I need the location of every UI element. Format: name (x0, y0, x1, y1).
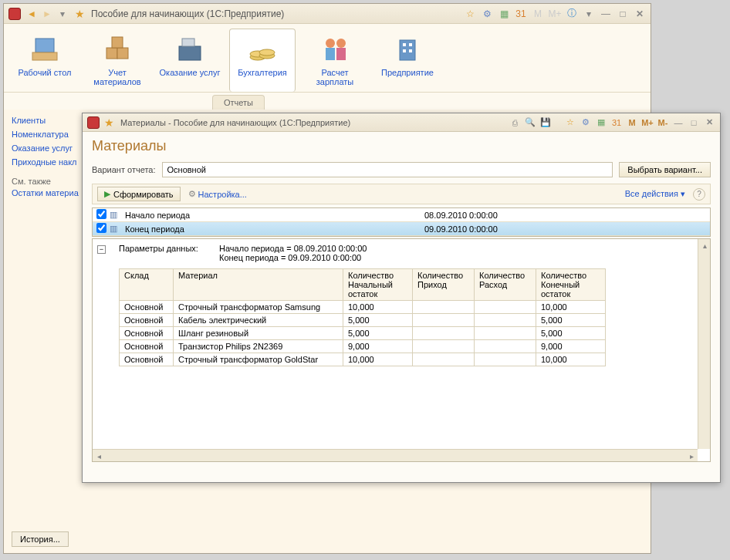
svg-rect-0 (35, 39, 54, 52)
main-title: Пособие для начинающих (1С:Предприятие) (91, 8, 464, 19)
table-row[interactable]: ОсновнойСтрочный трансформатор Samsung10… (120, 301, 606, 314)
calendar-small-icon: ▥ (110, 210, 123, 220)
horizontal-scrollbar[interactable]: ◂ ▸ (93, 449, 698, 461)
app-icon (8, 8, 21, 20)
collapse-button[interactable]: − (97, 245, 106, 254)
table-cell (475, 314, 536, 327)
info-dropdown[interactable]: ▾ (583, 8, 595, 20)
calendar-icon[interactable]: 31 (515, 8, 527, 20)
svg-rect-2 (106, 48, 117, 59)
table-cell: 10,000 (536, 301, 606, 314)
column-header: Количество Приход (413, 269, 475, 301)
variant-input[interactable] (162, 162, 613, 177)
table-cell: 9,000 (536, 340, 606, 353)
preview-icon[interactable]: 🔍 (524, 116, 536, 129)
ribbon-materials[interactable]: Учет материалов (84, 29, 150, 92)
scroll-up-icon[interactable]: ▴ (698, 239, 711, 251)
param-checkbox[interactable] (93, 223, 110, 234)
param-row[interactable]: ▥Начало периода08.09.2010 0:00:00 (93, 208, 710, 222)
table-cell: Строчный трансформатор GoldStar (174, 353, 343, 366)
calc-icon[interactable]: ▦ (498, 8, 510, 20)
param-row[interactable]: ▥Конец периода09.09.2010 0:00:00 (93, 222, 710, 236)
help-icon[interactable]: ? (693, 188, 705, 201)
sub-link-icon[interactable]: ⚙ (580, 116, 592, 129)
table-cell (413, 314, 475, 327)
m-icon[interactable]: M (532, 8, 544, 20)
all-actions-link[interactable]: Все действия ▾ (625, 189, 685, 199)
link-icon[interactable]: ⚙ (481, 8, 493, 20)
settings-link[interactable]: ⚙Настройка... (188, 189, 247, 199)
table-cell: 10,000 (343, 301, 413, 314)
calendar-small-icon: ▥ (110, 224, 123, 234)
close-button[interactable]: ✕ (634, 8, 646, 20)
desktop-icon (29, 34, 60, 65)
nav-forward-icon[interactable]: ► (41, 8, 53, 20)
print-icon[interactable]: ⎙ (509, 116, 521, 129)
m-button[interactable]: M (626, 116, 638, 129)
nav-back-icon[interactable]: ◄ (25, 8, 38, 20)
table-row[interactable]: ОсновнойСтрочный трансформатор GoldStar1… (120, 353, 606, 366)
report-area: − Параметры данных:Начало периода = 08.0… (92, 238, 711, 462)
ribbon-salary[interactable]: Расчет зарплаты (302, 29, 368, 92)
table-cell: 10,000 (536, 353, 606, 366)
report-window: ★ Материалы - Пособие для начинающих (1С… (82, 113, 721, 483)
info-icon[interactable]: ⓘ (566, 8, 578, 20)
sub-maximize-button[interactable]: □ (688, 116, 700, 129)
people-icon (319, 34, 350, 65)
scroll-right-icon[interactable]: ▸ (685, 450, 698, 462)
m-minus-button[interactable]: M- (657, 116, 669, 129)
sub-close-button[interactable]: ✕ (703, 116, 715, 129)
main-ribbon: Рабочий стол Учет материалов Оказание ус… (4, 24, 651, 93)
param-name: Конец периода (123, 224, 424, 234)
tab-strip: Отчеты (4, 93, 651, 110)
save-icon[interactable]: 💾 (539, 116, 552, 129)
main-titlebar: ◄ ► ▾ ★ Пособие для начинающих (1С:Предп… (4, 4, 651, 24)
building-icon (392, 34, 423, 65)
maximize-button[interactable]: □ (617, 8, 629, 20)
svg-rect-6 (182, 39, 194, 46)
table-cell: 5,000 (536, 314, 606, 327)
variant-label: Вариант отчета: (92, 165, 156, 174)
history-button[interactable]: История... (12, 531, 69, 547)
table-cell: 10,000 (343, 353, 413, 366)
favorite-icon[interactable]: ★ (75, 8, 85, 20)
m-plus-icon[interactable]: M+ (549, 8, 561, 20)
fav-small-icon[interactable]: ☆ (464, 8, 476, 20)
param-checkbox[interactable] (93, 209, 110, 221)
scroll-left-icon[interactable]: ◂ (93, 450, 105, 462)
table-row[interactable]: ОсновнойКабель электрический5,0005,000 (120, 314, 606, 327)
m-plus-button[interactable]: M+ (641, 116, 654, 129)
minimize-button[interactable]: — (600, 8, 612, 20)
vertical-scrollbar[interactable]: ▴ (698, 239, 710, 449)
choose-variant-button[interactable]: Выбрать вариант... (619, 162, 711, 177)
tab-reports[interactable]: Отчеты (212, 95, 265, 110)
sub-favorite-icon[interactable]: ★ (104, 116, 114, 129)
svg-rect-14 (336, 48, 346, 60)
table-cell: Основной (120, 353, 174, 366)
table-cell (475, 327, 536, 340)
table-cell: Основной (120, 301, 174, 314)
ribbon-enterprise[interactable]: Предприятие (374, 29, 441, 92)
report-table: СкладМатериалКоличество Начальный остато… (119, 268, 606, 366)
sub-fav-icon[interactable]: ☆ (564, 116, 576, 129)
generate-button[interactable]: ▶Сформировать (97, 187, 181, 201)
ribbon-desktop[interactable]: Рабочий стол (12, 29, 78, 92)
table-row[interactable]: ОсновнойТранзистор Philips 2N23699,0009,… (120, 340, 606, 353)
table-cell: Шланг резиновый (174, 327, 343, 340)
svg-rect-17 (409, 43, 412, 46)
sub-calc-icon[interactable]: ▦ (595, 116, 607, 129)
table-row[interactable]: ОсновнойШланг резиновый5,0005,000 (120, 327, 606, 340)
ribbon-accounting[interactable]: Бухгалтерия (229, 29, 296, 92)
svg-rect-16 (403, 43, 406, 46)
table-cell: 5,000 (343, 314, 413, 327)
column-header: Количество Конечный остаток (536, 269, 606, 301)
svg-rect-19 (409, 49, 412, 52)
table-cell: Основной (120, 340, 174, 353)
action-bar: ▶Сформировать ⚙Настройка... Все действия… (92, 184, 711, 204)
table-cell (475, 353, 536, 366)
nav-dropdown-icon[interactable]: ▾ (56, 8, 69, 20)
sub-calendar-icon[interactable]: 31 (610, 116, 623, 129)
sub-minimize-button[interactable]: — (672, 116, 684, 129)
svg-rect-1 (32, 52, 57, 60)
ribbon-services[interactable]: Оказание услуг (157, 29, 223, 92)
